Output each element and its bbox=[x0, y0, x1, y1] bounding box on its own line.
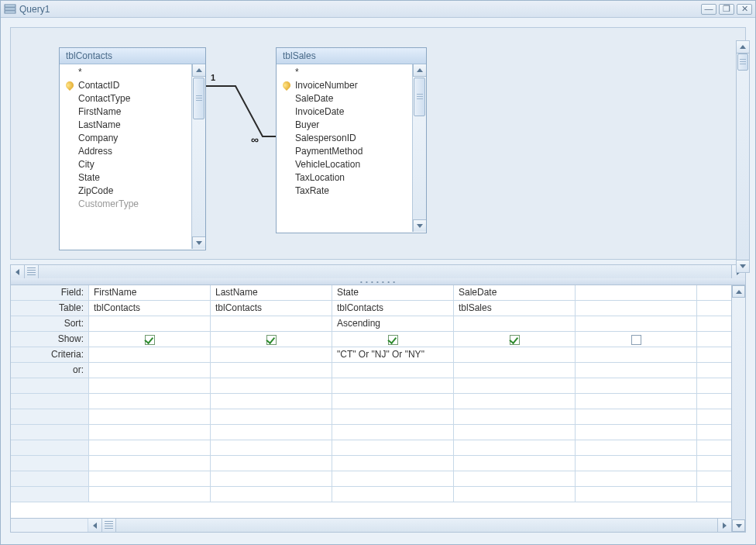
grid-cell[interactable] bbox=[575, 394, 696, 409]
field-item[interactable]: * bbox=[281, 66, 412, 79]
grid-cell[interactable] bbox=[332, 378, 453, 393]
grid-cell[interactable] bbox=[696, 347, 731, 362]
show-checkbox[interactable] bbox=[388, 335, 398, 345]
scroll-thumb[interactable] bbox=[737, 53, 748, 71]
scroll-down-button[interactable] bbox=[192, 236, 205, 249]
grid-cell[interactable]: LastName bbox=[210, 285, 332, 300]
table-box-sales[interactable]: tblSales * InvoiceNumber SaleDate Invoic… bbox=[276, 47, 427, 233]
table-header-sales[interactable]: tblSales bbox=[277, 48, 426, 64]
table-box-contacts[interactable]: tblContacts * ContactID ContactType Firs… bbox=[59, 47, 206, 250]
grid-scrollbar-vertical[interactable] bbox=[731, 285, 745, 532]
scrollbar-vertical[interactable] bbox=[412, 64, 426, 232]
pane-splitter[interactable]: • • • • • • • bbox=[10, 278, 746, 285]
grid-cell[interactable] bbox=[575, 316, 696, 331]
grid-cell[interactable] bbox=[332, 394, 453, 409]
field-item[interactable]: ContactID bbox=[64, 79, 191, 92]
field-item[interactable]: InvoiceNumber bbox=[281, 79, 412, 92]
grid-cell[interactable] bbox=[88, 347, 210, 362]
field-list-sales[interactable]: * InvoiceNumber SaleDate InvoiceDate Buy… bbox=[277, 64, 412, 232]
grid-cell[interactable] bbox=[453, 440, 575, 455]
scroll-track[interactable] bbox=[192, 77, 205, 236]
nav-box-icon[interactable] bbox=[25, 265, 39, 278]
grid-cell[interactable] bbox=[453, 347, 575, 362]
show-checkbox[interactable] bbox=[510, 335, 520, 345]
grid-cell[interactable] bbox=[88, 332, 210, 347]
grid-cell[interactable] bbox=[210, 409, 332, 424]
grid-cell[interactable]: FirstName bbox=[88, 285, 210, 300]
field-item[interactable]: VehicleLocation bbox=[281, 158, 412, 171]
field-item[interactable]: City bbox=[64, 158, 191, 171]
grid-cell[interactable] bbox=[332, 363, 453, 378]
grid-cell[interactable]: Ascending bbox=[332, 316, 453, 331]
show-checkbox[interactable] bbox=[266, 335, 277, 345]
scroll-down-button[interactable] bbox=[413, 219, 426, 232]
field-item[interactable]: ContactType bbox=[64, 92, 191, 105]
field-item[interactable]: SalespersonID bbox=[281, 132, 412, 145]
grid-cell[interactable] bbox=[210, 316, 332, 331]
field-item[interactable]: Company bbox=[64, 132, 191, 145]
grid-cell[interactable] bbox=[575, 378, 696, 393]
grid-cell[interactable] bbox=[575, 471, 696, 486]
scroll-thumb[interactable] bbox=[193, 78, 204, 119]
grid-cell[interactable] bbox=[332, 456, 453, 471]
grid-cell[interactable] bbox=[575, 285, 696, 300]
grid-cell[interactable] bbox=[88, 409, 210, 424]
grid-cell[interactable] bbox=[696, 409, 731, 424]
scroll-thumb[interactable] bbox=[414, 78, 425, 116]
grid-cell[interactable] bbox=[88, 363, 210, 378]
grid-cell[interactable] bbox=[332, 440, 453, 455]
field-item[interactable]: ZipCode bbox=[64, 185, 191, 198]
grid-cell[interactable] bbox=[696, 487, 731, 502]
scroll-track[interactable] bbox=[39, 265, 731, 278]
field-item[interactable]: LastName bbox=[64, 119, 191, 132]
nav-box-icon[interactable] bbox=[102, 519, 116, 532]
grid-cell[interactable] bbox=[453, 378, 575, 393]
grid-cell[interactable] bbox=[210, 363, 332, 378]
grid-cell[interactable] bbox=[332, 332, 453, 347]
restore-button[interactable]: ❐ bbox=[719, 4, 734, 15]
scroll-right-button[interactable] bbox=[717, 519, 731, 532]
grid-cell[interactable] bbox=[696, 378, 731, 393]
grid-cell[interactable] bbox=[210, 394, 332, 409]
scroll-up-button[interactable] bbox=[737, 41, 749, 53]
grid-cell[interactable] bbox=[575, 332, 696, 347]
grid-cell[interactable] bbox=[575, 440, 696, 455]
grid-cell[interactable]: tblContacts bbox=[88, 301, 210, 316]
grid-cell[interactable] bbox=[453, 363, 575, 378]
close-button[interactable]: ✕ bbox=[737, 4, 752, 15]
scroll-up-button[interactable] bbox=[192, 64, 205, 77]
grid-cell[interactable] bbox=[696, 316, 731, 331]
grid-cell[interactable] bbox=[696, 332, 731, 347]
field-item[interactable]: CustomerType bbox=[64, 198, 191, 211]
grid-scrollbar-horizontal[interactable] bbox=[11, 518, 731, 532]
grid-cell[interactable] bbox=[88, 456, 210, 471]
grid-cell[interactable] bbox=[88, 471, 210, 486]
grid-cell[interactable] bbox=[88, 394, 210, 409]
scroll-up-button[interactable] bbox=[732, 285, 745, 298]
show-checkbox[interactable] bbox=[145, 335, 155, 345]
grid-cell[interactable] bbox=[696, 285, 731, 300]
grid-cell[interactable] bbox=[332, 487, 453, 502]
grid-cell[interactable] bbox=[88, 316, 210, 331]
grid-cell[interactable] bbox=[210, 332, 332, 347]
scroll-down-button[interactable] bbox=[737, 260, 749, 272]
scroll-up-button[interactable] bbox=[413, 64, 426, 77]
field-item[interactable]: Address bbox=[64, 145, 191, 158]
grid-cell[interactable] bbox=[210, 440, 332, 455]
grid-cell[interactable] bbox=[696, 440, 731, 455]
diagram-scrollbar-vertical[interactable] bbox=[736, 40, 750, 273]
grid-cell[interactable] bbox=[575, 363, 696, 378]
titlebar[interactable]: Query1 — ❐ ✕ bbox=[1, 1, 755, 18]
field-item[interactable]: TaxLocation bbox=[281, 171, 412, 185]
grid-cell[interactable] bbox=[696, 425, 731, 440]
grid-cell[interactable] bbox=[453, 316, 575, 331]
grid-cell[interactable]: SaleDate bbox=[453, 285, 575, 300]
grid-cell[interactable] bbox=[696, 301, 731, 316]
field-item[interactable]: InvoiceDate bbox=[281, 105, 412, 119]
diagram-scrollbar-horizontal[interactable] bbox=[10, 264, 746, 278]
grid-cell[interactable] bbox=[453, 409, 575, 424]
diagram-pane[interactable]: 1 ∞ tblContacts * ContactID ContactType … bbox=[10, 27, 746, 260]
minimize-button[interactable]: — bbox=[701, 4, 716, 15]
grid-cell[interactable] bbox=[696, 394, 731, 409]
grid-cell[interactable] bbox=[575, 456, 696, 471]
